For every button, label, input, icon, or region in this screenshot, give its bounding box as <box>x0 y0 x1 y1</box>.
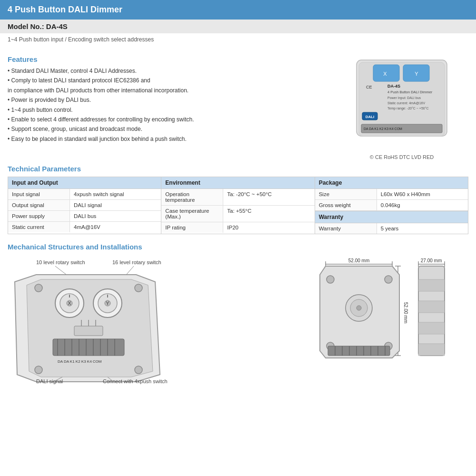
svg-point-67 <box>357 306 361 310</box>
svg-text:27.00 mm: 27.00 mm <box>421 258 442 263</box>
param-row: Output signal DALI signal <box>8 200 161 211</box>
mech-title: Mechanical Structures and Installations <box>8 243 468 251</box>
features-list: Standard DALI Master, control 4 DALI Add… <box>8 66 327 144</box>
svg-text:Power Input: DALI bus: Power Input: DALI bus <box>387 96 421 100</box>
top-view-svg: 10 level rotary switch 16 level rotary s… <box>8 256 188 389</box>
col-header-pkg: Package <box>315 177 468 189</box>
param-row: Gross weight 0.046kg <box>315 200 468 211</box>
list-item: Comply to latest DALI standard protocol … <box>8 76 327 95</box>
svg-text:DA DA K1 K2 K3 K4 COM: DA DA K1 K2 K3 K4 COM <box>364 127 402 130</box>
param-row: Size L60x W60 x H40mm <box>315 189 468 200</box>
cert-line: © CE RoHS DTC LVD RED <box>370 154 434 160</box>
svg-point-33 <box>135 366 142 374</box>
svg-text:CE: CE <box>366 85 372 89</box>
params-grid: Input and Output Input signal 4xpush swi… <box>8 177 468 234</box>
param-value: 5 years <box>377 223 468 234</box>
svg-rect-84 <box>418 322 445 334</box>
svg-text:X: X <box>68 300 71 306</box>
svg-text:DA-4S: DA-4S <box>387 84 400 89</box>
svg-text:DALI signal: DALI signal <box>36 378 63 384</box>
svg-point-32 <box>135 284 142 292</box>
mechanical-section: Mechanical Structures and Installations … <box>0 238 476 396</box>
svg-text:DALI: DALI <box>366 115 375 119</box>
header-title: 4 Push Button DALI Dimmer <box>8 5 122 14</box>
svg-text:16 level rotary switch: 16 level rotary switch <box>112 259 161 265</box>
param-label: Power supply <box>8 211 70 221</box>
param-label: Output signal <box>8 200 70 210</box>
param-row: Input signal 4xpush switch signal <box>8 189 161 200</box>
svg-text:Temp range: -20°C ~ +50°C: Temp range: -20°C ~ +50°C <box>387 107 429 110</box>
col-environment: Environment Operation temperature Ta: -2… <box>161 177 315 234</box>
svg-text:Y: Y <box>415 71 418 77</box>
svg-text:52.00 mm: 52.00 mm <box>348 258 369 263</box>
param-row: Power supply DALI bus <box>8 211 161 222</box>
param-label: Size <box>315 189 377 199</box>
param-label: Case temperature (Max.) <box>161 206 223 222</box>
param-row: Operation temperature Ta: -20°C ~ +50°C <box>161 189 314 206</box>
svg-text:52.00 mm: 52.00 mm <box>403 302 408 323</box>
param-label: IP rating <box>161 222 223 233</box>
svg-text:Static current: 4mA@16V: Static current: 4mA@16V <box>387 101 425 105</box>
left-content: Features Standard DALI Master, control 4… <box>8 50 327 160</box>
param-row: Case temperature (Max.) Ta: +55°C <box>161 206 314 222</box>
svg-rect-82 <box>418 279 445 291</box>
col-package: Package Size L60x W60 x H40mm Gross weig… <box>315 177 468 234</box>
svg-text:4 Push Button DALI Dimmer: 4 Push Button DALI Dimmer <box>387 90 433 94</box>
param-label: Gross weight <box>315 200 377 210</box>
param-value: IP20 <box>223 222 314 233</box>
col-input-output: Input and Output Input signal 4xpush swi… <box>8 177 161 234</box>
front-view-svg: 52.00 mm 52.00 mm <box>316 256 411 389</box>
main-content: Features Standard DALI Master, control 4… <box>0 46 476 160</box>
param-value: 0.046kg <box>377 200 468 210</box>
list-item: Enable to select 4 different addresses f… <box>8 115 327 124</box>
param-row: Warranty 5 years <box>315 223 468 234</box>
svg-text:10 level rotary switch: 10 level rotary switch <box>36 259 85 265</box>
svg-text:Y: Y <box>106 300 109 306</box>
param-value: 4mA@16V <box>70 222 161 232</box>
diagram-right: 52.00 mm 52.00 mm <box>316 256 468 389</box>
param-value: Ta: -20°C ~ +50°C <box>223 189 314 205</box>
col-header-env: Environment <box>161 177 314 189</box>
list-item: Power is provided by DALI bus. <box>8 95 327 105</box>
list-item: Support scene, group, unicast and broadc… <box>8 124 327 134</box>
param-label: Static current <box>8 222 70 232</box>
param-row: Static current 4mA@16V <box>8 222 161 232</box>
page: 4 Push Button DALI Dimmer Model No.: DA-… <box>0 0 476 476</box>
svg-text:DA DA K1 K2 K3 K4 COM: DA DA K1 K2 K3 K4 COM <box>58 359 102 364</box>
param-value: L60x W60 x H40mm <box>377 189 468 199</box>
param-value: Ta: +55°C <box>223 206 314 222</box>
svg-rect-34 <box>53 339 124 356</box>
param-label: Warranty <box>315 223 377 234</box>
side-view-svg: 27.00 mm <box>416 256 468 389</box>
param-label: Operation temperature <box>161 189 223 205</box>
param-value: DALI bus <box>70 211 161 221</box>
svg-point-63 <box>385 276 392 283</box>
list-item: Standard DALI Master, control 4 DALI Add… <box>8 66 327 76</box>
tech-params: Technical Parameters Input and Output In… <box>0 165 476 234</box>
header-bar: 4 Push Button DALI Dimmer <box>0 0 476 20</box>
right-content: X Y CE DA-4S 4 Push Button DALI Dimmer P… <box>335 50 468 160</box>
product-image: X Y CE DA-4S 4 Push Button DALI Dimmer P… <box>342 50 461 150</box>
param-value: DALI signal <box>70 200 161 210</box>
svg-rect-68 <box>328 346 390 356</box>
tech-title: Technical Parameters <box>8 165 468 173</box>
model-number: Model No.: DA-4S <box>8 22 68 30</box>
param-row: IP rating IP20 <box>161 222 314 233</box>
features-title: Features <box>8 55 327 63</box>
list-item: 1~4 push button control. <box>8 105 327 115</box>
subtitle: 1~4 Push button input / Encoding switch … <box>0 33 476 46</box>
model-bar: Model No.: DA-4S <box>0 20 476 33</box>
svg-point-30 <box>35 284 42 292</box>
param-label: Input signal <box>8 189 70 199</box>
list-item: Easy to be placed in standard wall junct… <box>8 134 327 144</box>
svg-rect-85 <box>418 344 445 356</box>
col-header-io: Input and Output <box>8 177 161 189</box>
mech-diagrams: 10 level rotary switch 16 level rotary s… <box>8 256 468 391</box>
svg-text:Connect with 4xpush switch: Connect with 4xpush switch <box>103 378 168 384</box>
param-value: 4xpush switch signal <box>70 189 161 199</box>
svg-text:X: X <box>383 71 387 77</box>
svg-point-61 <box>327 276 334 283</box>
svg-rect-45 <box>74 326 103 336</box>
svg-point-31 <box>35 366 42 374</box>
sub-header-warranty: Warranty <box>315 211 468 223</box>
